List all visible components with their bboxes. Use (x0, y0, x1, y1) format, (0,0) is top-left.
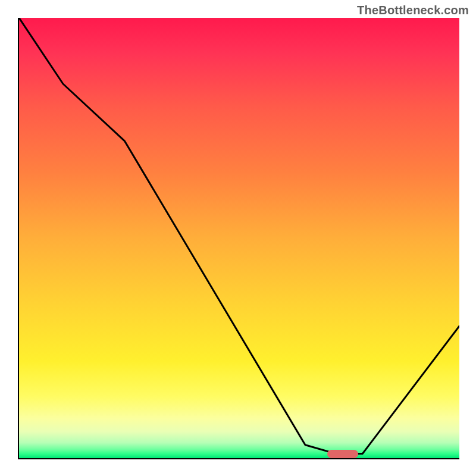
bottleneck-curve (19, 18, 459, 458)
attribution-label: TheBottleneck.com (357, 4, 469, 17)
plot-area (18, 18, 459, 459)
optimal-marker (327, 450, 358, 458)
chart-container: TheBottleneck.com (0, 0, 476, 476)
